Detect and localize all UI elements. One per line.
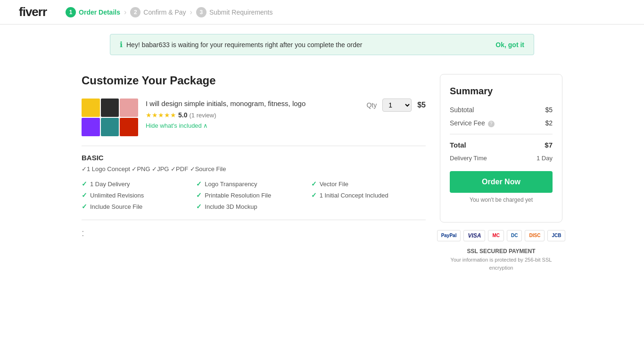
banner-action-link[interactable]: Ok, got it — [495, 41, 524, 49]
rating-count: (1 review) — [189, 112, 216, 119]
package-includes: ✓1 Logo Concept ✓PNG ✓JPG ✓PDF ✓Source F… — [82, 165, 426, 173]
qty-price-section: Qty 1 2 3 $5 — [366, 99, 426, 112]
step-label-3: Submit Requirements — [209, 8, 273, 16]
check-icon: ✓ — [82, 191, 87, 199]
fiverr-logo[interactable]: fiverr — [19, 5, 47, 19]
check-icon: ✓ — [196, 180, 202, 188]
features-grid: ✓ 1 Day Delivery ✓ Logo Transparency ✓ V… — [82, 180, 426, 210]
banner-message: ℹ Hey! babar633 is waiting for your requ… — [120, 40, 362, 49]
feature-logo-transparency: ✓ Logo Transparency — [196, 180, 311, 188]
mastercard-icon: MC — [488, 230, 504, 241]
feature-source-file: ✓ Include Source File — [82, 203, 196, 210]
page-title: Customize Your Package — [82, 74, 426, 87]
service-fee-label: Service Fee ? — [450, 119, 495, 127]
breadcrumb-step-3[interactable]: 3 Submit Requirements — [196, 7, 273, 17]
feature-label: Include Source File — [90, 203, 142, 210]
no-charge-text: You won't be charged yet — [450, 197, 553, 203]
service-fee-row: Service Fee ? $2 — [450, 119, 553, 127]
feature-3d-mockup: ✓ Include 3D Mockup — [196, 203, 311, 210]
info-icon: ℹ — [120, 40, 123, 49]
rating-score: 5.0 — [178, 111, 187, 119]
left-panel: Customize Your Package I will design sim… — [82, 74, 426, 272]
subtotal-value: $5 — [545, 106, 553, 114]
service-rating: ★★★★★ 5.0 (1 review) — [146, 111, 359, 119]
breadcrumb-arrow-1: › — [124, 8, 126, 16]
check-icon: ✓ — [311, 191, 317, 199]
step-number-2: 2 — [130, 7, 140, 17]
feature-unlimited-revisions: ✓ Unlimited Revisions — [82, 191, 196, 199]
thumb-5 — [101, 118, 119, 136]
summary-title: Summary — [450, 86, 553, 97]
summary-divider — [450, 134, 553, 134]
feature-label: Include 3D Mockup — [205, 203, 257, 210]
check-icon: ✓ — [82, 180, 87, 188]
subtotal-row: Subtotal $5 — [450, 106, 553, 114]
star-icons: ★★★★★ — [146, 111, 176, 119]
feature-vector-file: ✓ Vector File — [311, 180, 426, 188]
thumb-3 — [120, 99, 138, 117]
check-icon: ✓ — [196, 191, 202, 199]
divider-2 — [82, 220, 426, 220]
breadcrumb-step-2[interactable]: 2 Confirm & Pay — [130, 7, 186, 17]
total-value: $7 — [545, 141, 553, 149]
feature-label: 1 Day Delivery — [90, 181, 130, 188]
thumb-1 — [82, 99, 100, 117]
check-icon: ✓ — [82, 203, 87, 210]
package-name: BASIC — [82, 154, 426, 162]
feature-label: Vector File — [320, 181, 348, 188]
delivery-value: 1 Day — [537, 155, 553, 162]
summary-panel: Summary Subtotal $5 Service Fee ? $2 Tot… — [440, 74, 562, 272]
feature-label: Printable Resolution File — [205, 192, 271, 199]
divider-1 — [82, 146, 426, 146]
step-number-1: 1 — [66, 7, 76, 17]
total-row: Total $7 — [450, 141, 553, 149]
delivery-label: Delivery Time — [450, 155, 487, 162]
ssl-subtitle: Your information is protected by 256-bit… — [440, 256, 562, 272]
notification-banner: ℹ Hey! babar633 is waiting for your requ… — [110, 34, 534, 55]
summary-box: Summary Subtotal $5 Service Fee ? $2 Tot… — [440, 74, 562, 222]
delivery-row: Delivery Time 1 Day — [450, 155, 553, 162]
feature-label: Unlimited Revisions — [90, 192, 144, 199]
service-card: I will design simple initials, monogram,… — [82, 99, 426, 136]
feature-1-day-delivery: ✓ 1 Day Delivery — [82, 180, 196, 188]
service-info: I will design simple initials, monogram,… — [146, 99, 359, 129]
qty-select[interactable]: 1 2 3 — [382, 99, 412, 112]
total-label: Total — [450, 141, 466, 149]
service-price: $5 — [417, 101, 426, 109]
thumb-4 — [82, 118, 100, 136]
dots-indicator: : — [82, 228, 426, 239]
discover-icon: DISC — [525, 230, 545, 241]
feature-printable-resolution: ✓ Printable Resolution File — [196, 191, 311, 199]
hide-included-link[interactable]: Hide what's included ∧ — [146, 122, 208, 129]
breadcrumb-arrow-2: › — [190, 8, 192, 16]
paypal-icon: PayPal — [437, 230, 461, 241]
subtotal-label: Subtotal — [450, 106, 474, 114]
breadcrumb: 1 Order Details › 2 Confirm & Pay › 3 Su… — [66, 7, 272, 17]
qty-label: Qty — [366, 101, 377, 109]
jcb-icon: JCB — [547, 230, 565, 241]
service-title: I will design simple initials, monogram,… — [146, 99, 359, 108]
service-fee-info-icon[interactable]: ? — [488, 121, 495, 127]
step-label-2: Confirm & Pay — [143, 8, 186, 16]
ssl-info: SSL SECURED PAYMENT Your information is … — [440, 247, 562, 272]
feature-label: 1 Initial Concept Included — [320, 192, 388, 199]
order-now-button[interactable]: Order Now — [450, 171, 553, 193]
feature-initial-concept: ✓ 1 Initial Concept Included — [311, 191, 426, 199]
visa-icon: VISA — [463, 230, 485, 241]
diners-icon: DC — [507, 230, 522, 241]
main-content: Customize Your Package I will design sim… — [63, 65, 581, 282]
step-label-1: Order Details — [79, 8, 120, 16]
ssl-title: SSL SECURED PAYMENT — [440, 247, 562, 256]
header: fiverr 1 Order Details › 2 Confirm & Pay… — [0, 0, 644, 25]
service-fee-value: $2 — [545, 119, 553, 127]
check-icon: ✓ — [311, 180, 317, 188]
feature-label: Logo Transparency — [205, 181, 257, 188]
step-number-3: 3 — [196, 7, 206, 17]
breadcrumb-step-1[interactable]: 1 Order Details — [66, 7, 120, 17]
thumb-6 — [120, 118, 138, 136]
thumb-2 — [101, 99, 119, 117]
check-icon: ✓ — [196, 203, 202, 210]
service-thumbnail — [82, 99, 138, 136]
payment-icons: PayPal VISA MC DC DISC JCB — [440, 230, 562, 241]
